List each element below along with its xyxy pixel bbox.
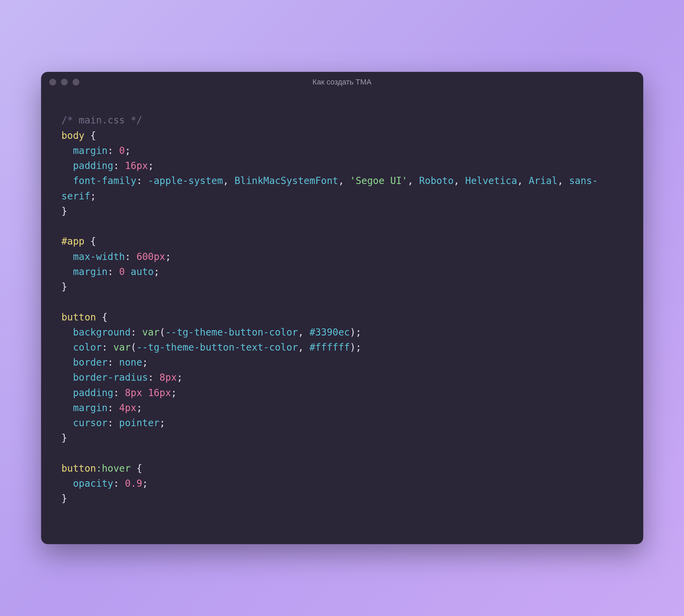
token-punct: ; [154,266,159,277]
token-func: var [113,342,131,353]
token-prop: max-width [73,251,125,262]
token-punct: : [107,266,113,277]
code-editor[interactable]: /* main.css */ body { margin: 0; padding… [41,92,643,544]
token-punct: , [454,175,465,186]
token-prop: opacity [73,478,113,489]
token-num: 16 [148,387,159,398]
token-prop: padding [73,160,113,171]
token-punct: : [107,402,113,414]
token-num: 0.9 [125,478,142,489]
window-title: Как создать TMA [41,78,643,87]
token-punct: ; [148,160,154,171]
token-punct: : [137,175,142,186]
token-num: 8 [125,387,131,398]
token-func: var [142,327,160,338]
token-ident: -apple-system [148,175,223,186]
token-ident: Helvetica [465,175,517,186]
token-punct: ( [159,327,165,338]
token-punct: : [113,387,119,398]
token-punct: ; [142,478,148,489]
token-prop: padding [73,387,113,398]
token-punct: ) [350,327,356,338]
token-num: 8 [159,372,165,383]
token-ident: --tg-theme-button-text-color [137,342,298,353]
token-brace: } [62,493,67,504]
token-punct: ; [142,357,148,368]
token-ident: pointer [119,417,159,429]
token-prop: margin [73,145,107,156]
close-icon[interactable] [49,79,56,86]
token-ident: #ffffff [309,342,350,353]
token-selector: button [62,312,96,323]
token-punct: ; [356,327,361,338]
token-prop: cursor [73,417,107,429]
token-selector: body [62,130,85,141]
token-punct: : [113,478,119,489]
token-punct: ( [131,342,137,353]
token-brace: } [62,206,67,217]
token-punct: , [338,175,350,186]
token-punct: : [125,251,131,262]
token-punct [142,387,148,398]
titlebar: Как создать TMA [41,72,643,92]
token-punct: : [131,327,137,338]
token-prop: background [73,327,131,338]
token-unit: px [165,372,177,383]
token-punct: ) [350,342,356,353]
token-prop: color [73,342,102,353]
token-brace: { [102,312,108,323]
token-punct: ; [177,372,183,383]
token-punct: , [298,327,310,338]
token-pseudo: :hover [96,463,131,474]
token-num: 4 [119,402,125,414]
token-comment: /* main.css */ [62,115,142,126]
token-prop: margin [73,402,107,414]
token-punct: ; [171,387,177,398]
token-punct: : [102,342,108,353]
token-punct: , [223,175,235,186]
token-punct: : [107,145,113,156]
token-punct: ; [356,342,361,353]
token-punct [125,266,131,277]
token-punct: ; [125,145,131,156]
token-num: 0 [119,266,125,277]
token-unit: px [137,160,148,171]
token-prop: margin [73,266,107,277]
token-punct: , [298,342,310,353]
token-unit: px [159,387,171,398]
token-punct: , [557,175,569,186]
token-punct: ; [165,251,171,262]
token-ident: --tg-theme-button-color [165,327,298,338]
minimize-icon[interactable] [61,79,68,86]
token-unit: px [154,251,165,262]
token-punct: ; [137,402,142,414]
token-ident: Roboto [419,175,454,186]
token-ident: Arial [529,175,557,186]
token-punct: ; [159,417,165,429]
token-punct: : [148,372,154,383]
token-punct: , [517,175,529,186]
token-brace: { [90,130,96,141]
code-window: Как создать TMA /* main.css */ body { ma… [41,72,643,544]
token-num: 0 [119,145,125,156]
token-ident: #3390ec [309,327,350,338]
token-unit: px [131,387,142,398]
maximize-icon[interactable] [73,79,79,86]
token-string: 'Segoe UI' [350,175,408,186]
token-prop: border-radius [73,372,148,383]
token-selector: #app [62,236,85,247]
token-punct: : [113,160,119,171]
token-punct: ; [90,191,96,202]
token-num: 16 [125,160,137,171]
token-brace: { [137,463,142,474]
token-selector: button [62,463,96,474]
token-punct: : [107,417,113,429]
token-punct: , [408,175,419,186]
token-punct: : [107,357,113,368]
token-brace: { [90,236,96,247]
token-unit: px [125,402,137,414]
token-ident: none [119,357,142,368]
token-prop: font-family [73,175,136,186]
token-brace: } [62,432,67,444]
token-brace: } [62,281,67,292]
